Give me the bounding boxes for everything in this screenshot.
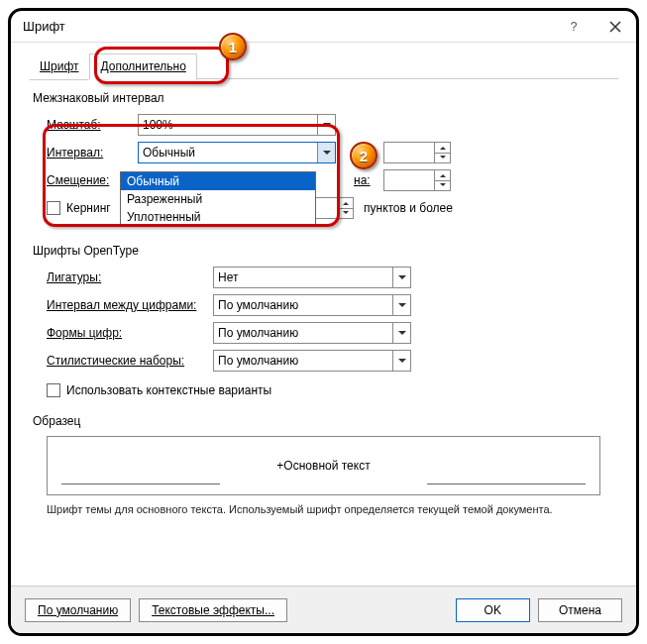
opentype-section: Шрифты OpenType Лигатуры: Нет Интервал м…	[29, 244, 618, 402]
tab-font[interactable]: Шрифт	[29, 54, 89, 80]
num-spacing-label: Интервал между цифрами:	[47, 298, 213, 312]
interval-combo[interactable]: Обычный	[138, 142, 336, 163]
annotation-badge-2: 2	[350, 142, 377, 169]
help-button[interactable]: ?	[553, 11, 594, 43]
preview-desc: Шрифт темы для основного текста. Использ…	[47, 503, 600, 515]
preview-text: +Основной текст	[276, 459, 370, 473]
annotation-badge-1: 1	[219, 33, 247, 60]
spacing-section: Межзнаковый интервал Масштаб: 100% Интер…	[29, 91, 618, 220]
ligatures-label: Лигатуры:	[47, 270, 213, 284]
offset-value-spin[interactable]	[383, 169, 451, 191]
font-dialog: Шрифт ? Шрифт Дополнительно Межзнаковый …	[8, 8, 639, 636]
scale-combo[interactable]: 100%	[138, 114, 336, 136]
ok-button[interactable]: OK	[456, 598, 530, 622]
interval-dropdown: Обычный Разреженный Уплотненный	[120, 171, 316, 227]
preview-section: Образец +Основной текст Шрифт темы для о…	[29, 414, 618, 515]
interval-option-condensed[interactable]: Уплотненный	[121, 208, 315, 226]
chevron-down-icon	[317, 143, 335, 162]
close-button[interactable]	[594, 11, 636, 43]
chevron-down-icon	[392, 268, 410, 287]
opentype-title: Шрифты OpenType	[33, 244, 618, 258]
preview-box: +Основной текст	[47, 436, 600, 495]
num-spacing-combo[interactable]: По умолчанию	[213, 294, 411, 316]
tab-strip: Шрифт Дополнительно	[29, 53, 618, 79]
num-forms-label: Формы цифр:	[47, 326, 213, 340]
text-effects-button[interactable]: Текстовые эффекты...	[139, 598, 287, 622]
num-forms-combo[interactable]: По умолчанию	[213, 322, 411, 344]
style-sets-combo[interactable]: По умолчанию	[213, 350, 411, 372]
chevron-down-icon	[392, 351, 410, 371]
kerning-checkbox[interactable]	[47, 201, 60, 215]
chevron-down-icon	[317, 115, 335, 135]
chevron-down-icon	[392, 295, 410, 315]
chevron-down-icon	[392, 323, 410, 343]
preview-title: Образец	[33, 414, 618, 428]
default-button[interactable]: По умолчанию	[25, 598, 131, 622]
window-title: Шрифт	[23, 19, 553, 34]
kerning-label: Кернинг	[66, 201, 128, 215]
close-icon	[609, 21, 621, 33]
cancel-button[interactable]: Отмена	[538, 598, 622, 622]
contextual-checkbox[interactable]	[47, 383, 60, 397]
dialog-footer: По умолчанию Текстовые эффекты... OK Отм…	[11, 586, 636, 633]
tab-advanced[interactable]: Дополнительно	[89, 54, 196, 80]
spacing-title: Межзнаковый интервал	[33, 91, 618, 105]
kerning-suffix: пунктов и более	[364, 201, 453, 215]
offset-on-label: на:	[354, 173, 383, 187]
style-sets-label: Стилистические наборы:	[47, 354, 213, 368]
titlebar: Шрифт ?	[11, 11, 636, 43]
interval-value-spin[interactable]	[383, 142, 451, 163]
contextual-label: Использовать контекстные варианты	[66, 383, 271, 397]
scale-label: Масштаб:	[47, 118, 138, 132]
interval-option-normal[interactable]: Обычный	[121, 172, 315, 190]
ligatures-combo[interactable]: Нет	[213, 267, 411, 288]
interval-label: Интервал:	[47, 146, 138, 160]
interval-option-expanded[interactable]: Разреженный	[121, 190, 315, 208]
